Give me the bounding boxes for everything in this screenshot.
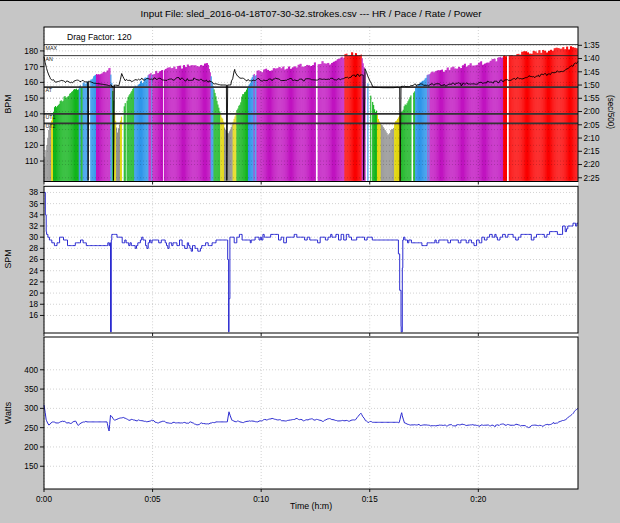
- pace-tick-label: 2:20: [584, 160, 600, 169]
- watts-tick-label: 150: [24, 462, 38, 471]
- pace-tick-label: 1:35: [584, 41, 600, 50]
- pace-tick-label: 1:50: [584, 81, 600, 90]
- zone-label-max: MAX: [46, 45, 58, 51]
- bpm-tick-label: 180: [24, 47, 38, 56]
- watts-tick-label: 400: [24, 366, 38, 375]
- pace-tick-label: 2:10: [584, 134, 600, 143]
- spm-tick-label: 36: [29, 200, 39, 209]
- time-tick-label: 0:15: [362, 495, 378, 504]
- plot-generated-layers: MAXANATUT1UT21801701601501401301201101:3…: [24, 27, 600, 504]
- time-tick-label: 0:00: [36, 495, 52, 504]
- spm-tick-label: 28: [29, 244, 39, 253]
- pace-tick-label: 2:15: [584, 147, 600, 156]
- pace-tick-label: 2:25: [584, 174, 600, 183]
- time-tick-label: 0:10: [253, 495, 269, 504]
- bpm-tick-label: 150: [24, 94, 38, 103]
- zone-label-an: AN: [46, 56, 54, 62]
- figure-title: Input File: sled_2016-04-18T07-30-32.str…: [141, 8, 483, 19]
- watts-axis-label: Watts: [3, 401, 13, 424]
- bpm-axis-label: BPM: [3, 94, 13, 113]
- zone-label-ut2: UT2: [46, 123, 56, 129]
- spm-tick-label: 24: [29, 267, 39, 276]
- spm-axis-label: SPM: [3, 249, 13, 268]
- spm-tick-label: 22: [29, 278, 39, 287]
- zone-label-ut1: UT1: [46, 114, 56, 120]
- bpm-tick-label: 160: [24, 78, 38, 87]
- spm-tick-label: 16: [29, 311, 39, 320]
- pace-tick-label: 2:05: [584, 121, 600, 130]
- spm-tick-label: 18: [29, 300, 39, 309]
- bpm-tick-label: 130: [24, 125, 38, 134]
- watts-tick-label: 250: [24, 424, 38, 433]
- drag-factor-label: Drag Factor: 120: [67, 32, 132, 42]
- pace-tick-label: 1:55: [584, 94, 600, 103]
- bpm-tick-label: 140: [24, 110, 38, 119]
- spm-tick-label: 20: [29, 289, 39, 298]
- figure: MAXANATUT1UT21801701601501401301201101:3…: [0, 0, 620, 523]
- bpm-tick-label: 110: [25, 157, 38, 166]
- spm-tick-label: 30: [29, 233, 39, 242]
- pace-tick-label: 1:45: [584, 68, 600, 77]
- spm-tick-label: 38: [29, 188, 39, 197]
- time-tick-label: 0:05: [145, 495, 161, 504]
- workout-plot: MAXANATUT1UT21801701601501401301201101:3…: [0, 1, 620, 523]
- bpm-tick-label: 170: [24, 63, 38, 72]
- pace-tick-label: 1:40: [584, 54, 600, 63]
- spm-tick-label: 34: [29, 211, 39, 220]
- watts-tick-label: 300: [24, 404, 38, 413]
- watts-tick-label: 350: [24, 385, 38, 394]
- spm-tick-label: 32: [29, 222, 39, 231]
- spm-tick-label: 26: [29, 255, 39, 264]
- watts-tick-label: 200: [24, 443, 38, 452]
- zone-label-at: AT: [46, 87, 53, 93]
- pace-axis-label: (sec/500): [606, 95, 615, 129]
- pace-tick-label: 2:00: [584, 107, 600, 116]
- time-tick-label: 0:20: [470, 495, 486, 504]
- bpm-tick-label: 120: [24, 141, 38, 150]
- time-axis-label: Time (h:m): [290, 501, 332, 511]
